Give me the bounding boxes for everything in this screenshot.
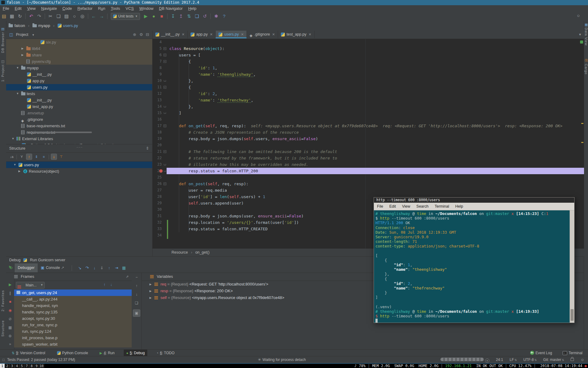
fold-end-marker-icon[interactable]	[164, 170, 166, 172]
git-branch-widget[interactable]: Git: master⇅	[543, 356, 564, 364]
frame-row[interactable]: run, sync.py:124	[14, 328, 132, 335]
copy-stack-icon[interactable]: ❏	[132, 301, 141, 305]
prev-frame-icon[interactable]: ↑	[104, 282, 106, 287]
toolwindow-button-9-version-control[interactable]: ⇅9: Version Control	[9, 350, 48, 356]
collapse-all-icon[interactable]: ≡	[41, 154, 47, 160]
sidebar-item-cargo[interactable]: Cargo	[584, 64, 588, 75]
breadcrumb-class[interactable]: Resource	[172, 250, 188, 255]
project-tree-item[interactable]: ▼tests	[6, 90, 152, 97]
more-icon[interactable]: »	[6, 342, 14, 346]
fold-marker-icon[interactable]: −	[164, 150, 166, 153]
project-tree-item[interactable]: __init__.py	[6, 71, 152, 78]
toolwindow-button-python-console[interactable]: Python Console	[55, 350, 91, 356]
encoding-selector[interactable]: UTF-8⇅	[523, 356, 537, 364]
toolwindow-button-5-debug[interactable]: ●5: Debug	[124, 350, 147, 356]
close-icon[interactable]: ✕	[308, 33, 311, 36]
line-number[interactable]: 4	[153, 39, 162, 45]
project-tree-item[interactable]: .envsetup	[6, 110, 152, 116]
splitter-handle[interactable]: ┄┄┄	[77, 144, 83, 151]
fold-marker-icon[interactable]: −	[164, 54, 166, 56]
toolwindow-button-4-run[interactable]: ▶4: Run	[97, 350, 117, 356]
project-tree-item[interactable]: app.py	[6, 78, 152, 84]
line-number[interactable]: 29	[153, 200, 162, 206]
cut-icon[interactable]: ✂	[47, 12, 55, 21]
line-number[interactable]: 10	[153, 78, 162, 84]
editor-tab-.gitignore[interactable]: ◈.gitignore✕	[247, 31, 278, 38]
vcs-merge-icon[interactable]: ⇅	[185, 12, 193, 21]
error-stripe-mark[interactable]	[581, 123, 583, 124]
step-into-icon[interactable]: ↓	[91, 263, 98, 272]
editor-tab-users.py[interactable]: users.py✕	[216, 31, 247, 38]
line-number[interactable]: 19	[153, 136, 162, 142]
breadcrumb-item-falcon[interactable]: falcon	[14, 21, 25, 30]
group-methods-icon[interactable]: Y	[19, 154, 25, 160]
open-icon[interactable]: ▤	[0, 12, 8, 21]
terminal-scrollbar[interactable]	[570, 210, 574, 323]
prev-frame-icon[interactable]: ↑	[132, 284, 141, 288]
terminal-menu-terminal[interactable]: Terminal	[432, 203, 452, 210]
menu-item-run[interactable]: Run	[95, 5, 108, 12]
back-icon[interactable]: ←	[90, 12, 98, 21]
project-tree-item[interactable]: ▼myapp	[6, 65, 152, 71]
rollback-icon[interactable]: ↺	[201, 12, 209, 21]
line-ending-selector[interactable]: LF⇅	[510, 356, 517, 364]
frame-row[interactable]: spawn_worker, arbit	[14, 341, 132, 347]
line-number[interactable]: 7	[153, 58, 162, 65]
expand-collapse-icon[interactable]: ⇕	[146, 144, 149, 152]
run-icon[interactable]: ▶	[142, 12, 150, 21]
fold-end-marker-icon[interactable]	[164, 164, 166, 165]
menu-item-vcs[interactable]: VCS	[123, 5, 137, 12]
gear-icon[interactable]: ⚙	[139, 31, 143, 39]
line-number[interactable]: 9	[153, 71, 162, 78]
breadcrumb-method[interactable]: on_get()	[195, 250, 210, 255]
error-stripe-mark[interactable]	[581, 142, 583, 143]
terminal-output[interactable]: # theenglishway @ time in ~/Documents/fa…	[374, 210, 570, 323]
line-number[interactable]: 20	[153, 142, 162, 148]
terminal-menu-edit[interactable]: Edit	[386, 203, 399, 210]
sidebar-item-data-view[interactable]: Data View	[584, 28, 588, 46]
terminal-menu-help[interactable]: Help	[452, 203, 466, 210]
lock-icon[interactable]	[571, 356, 574, 363]
terminal-menu-view[interactable]: View	[399, 203, 413, 210]
sync-icon[interactable]: ↻	[16, 12, 24, 21]
project-tree-item[interactable]: ▶share	[6, 52, 152, 58]
project-tree-item[interactable]: ▼External Libraries	[6, 136, 152, 142]
project-panel-title[interactable]: Project	[16, 32, 28, 37]
step-out-icon[interactable]: ↑	[106, 263, 113, 272]
expand-arrow-icon[interactable]: ▶	[149, 294, 152, 301]
workspace-8[interactable]: 8	[29, 364, 34, 368]
hide-frames-icon[interactable]: −	[132, 275, 141, 279]
stop-debug-icon[interactable]: ■	[6, 300, 14, 304]
next-frame-icon[interactable]: ↓	[110, 282, 112, 287]
force-step-into-icon[interactable]: ⇓	[98, 263, 106, 272]
replace-icon[interactable]: ◎	[78, 12, 86, 21]
expand-arrow-icon[interactable]: ▶	[149, 281, 152, 288]
structure-tree-item[interactable]: ▼users.py	[6, 162, 152, 168]
sidebar-item-project[interactable]: 1: Project	[1, 64, 5, 82]
expand-arrow-icon[interactable]: ▶	[18, 168, 21, 174]
project-scrollbar[interactable]	[33, 132, 92, 133]
fold-marker-icon[interactable]: −	[164, 86, 166, 89]
debug-bug-icon[interactable]: ●	[150, 12, 158, 21]
frame-row[interactable]: handle, sync.py:135	[14, 309, 132, 315]
line-number[interactable]: 12	[153, 90, 162, 97]
line-number[interactable]: 14	[153, 103, 162, 110]
fold-marker-icon[interactable]: −	[164, 60, 166, 63]
line-number[interactable]: 32	[153, 219, 162, 226]
expand-arrow-icon[interactable]: ▶	[149, 288, 152, 294]
close-icon[interactable]: ✕	[241, 33, 244, 36]
settings-icon[interactable]: ⚙	[6, 334, 14, 338]
caret-position[interactable]: 24:1	[496, 356, 503, 363]
run-to-cursor-icon[interactable]: ⇥	[113, 263, 120, 272]
hector-icon[interactable]: ☺	[581, 356, 584, 363]
forward-icon[interactable]: →	[98, 12, 106, 21]
rerun-icon[interactable]: ↻	[6, 265, 14, 269]
project-tree-item[interactable]: users.py	[6, 84, 152, 90]
close-icon[interactable]: ✕	[272, 33, 275, 36]
fold-end-marker-icon[interactable]	[164, 106, 166, 107]
terminal-menu-file[interactable]: File	[374, 203, 386, 210]
sidebar-item-db-browser[interactable]: DB Browser	[1, 32, 5, 53]
line-number[interactable]: 34	[153, 232, 162, 239]
collapse-arrow-icon[interactable]: ▼	[16, 90, 19, 97]
line-number[interactable]: 21	[153, 148, 162, 155]
